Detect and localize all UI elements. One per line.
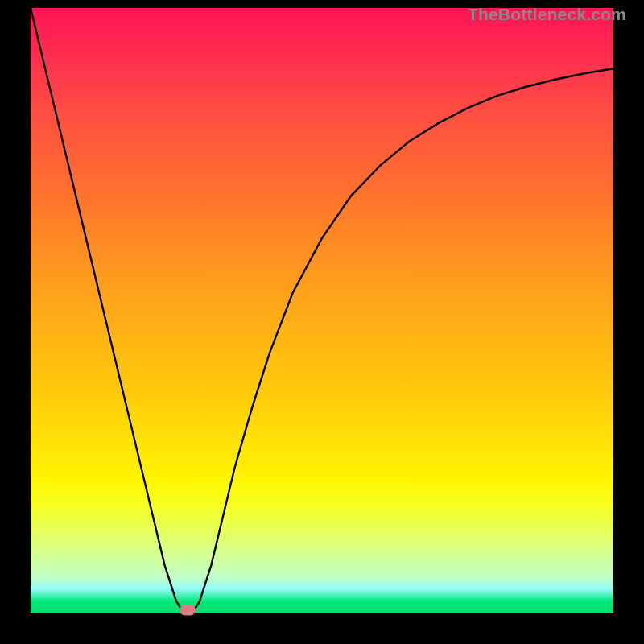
- plot-area: [31, 8, 613, 613]
- chart-frame: TheBottleneck.com: [0, 0, 644, 644]
- bottleneck-curve-path: [31, 8, 613, 613]
- bottleneck-curve-svg: [31, 8, 613, 613]
- watermark-text: TheBottleneck.com: [468, 5, 626, 24]
- optimum-marker: [180, 605, 196, 616]
